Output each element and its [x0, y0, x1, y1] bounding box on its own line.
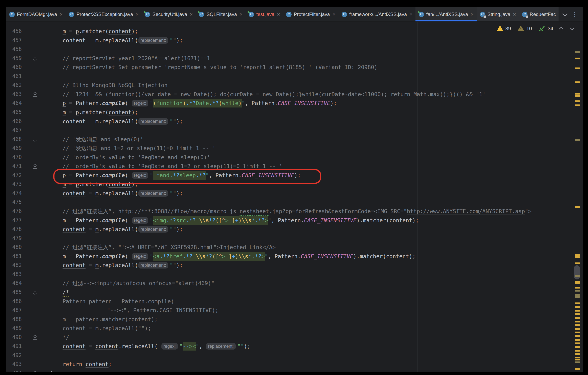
line-number[interactable]: 487	[6, 306, 22, 315]
stripe-warning-mark[interactable]	[575, 335, 580, 337]
fold-start-marker[interactable]	[33, 137, 37, 142]
stripe-warning-mark[interactable]	[575, 328, 580, 330]
stripe-warning-mark[interactable]	[575, 81, 580, 83]
tab-requestfac[interactable]: CRequestFac	[519, 7, 558, 22]
line-number[interactable]: 471	[6, 162, 22, 171]
fold-end-marker[interactable]	[33, 371, 37, 372]
line-number[interactable]: 488	[6, 315, 22, 324]
stripe-warning-mark[interactable]	[575, 368, 580, 370]
stripe-warning-mark[interactable]	[575, 306, 580, 308]
close-tab-icon[interactable]: ×	[333, 11, 336, 18]
stripe-warning-mark[interactable]	[575, 346, 580, 348]
fold-start-marker[interactable]	[33, 290, 37, 295]
scrollbar-thumb[interactable]	[574, 265, 580, 279]
tab-overflow-chevron-down-icon[interactable]	[563, 11, 568, 16]
line-number[interactable]: 486	[6, 297, 22, 306]
stripe-warning-mark[interactable]	[575, 310, 580, 311]
line-number[interactable]: 469	[6, 144, 22, 153]
stripe-warning-mark[interactable]	[575, 321, 580, 322]
stripe-warning-mark[interactable]	[575, 100, 580, 102]
line-number[interactable]: 475	[6, 198, 22, 207]
tab-securityutil-java[interactable]: CSecurityUtil.java×	[141, 7, 196, 22]
stripe-warning-mark[interactable]	[575, 95, 580, 97]
stripe-weak-warning-mark[interactable]	[575, 296, 580, 298]
line-number[interactable]: 492	[6, 351, 22, 360]
line-number[interactable]: 477	[6, 216, 22, 225]
line-number[interactable]: 478	[6, 225, 22, 234]
previous-problem-chevron-up-icon[interactable]	[559, 27, 564, 31]
tab-fan-antixss-java[interactable]: Cfan/.../AntiXSS.java×	[415, 7, 477, 22]
close-tab-icon[interactable]: ×	[136, 11, 139, 18]
stripe-warning-mark[interactable]	[575, 93, 580, 95]
tab-sqlfilter-java[interactable]: CSQLFilter.java×	[196, 7, 245, 22]
tab-framework-antixss-java[interactable]: Cframework/.../AntiXSS.java×	[338, 7, 415, 22]
line-number[interactable]: 470	[6, 153, 22, 162]
fold-end-marker[interactable]	[33, 335, 37, 340]
stripe-weak-warning-mark[interactable]	[575, 294, 580, 296]
line-number[interactable]: 457	[6, 36, 22, 45]
close-tab-icon[interactable]: ×	[513, 11, 516, 18]
line-number[interactable]: 481	[6, 252, 22, 261]
tab-protectxssexception-java[interactable]: CProtectXSSException.java×	[66, 7, 141, 22]
stripe-warning-mark[interactable]	[575, 359, 580, 360]
line-number[interactable]: 473	[6, 180, 22, 189]
stripe-warning-mark[interactable]	[575, 256, 580, 258]
line-number[interactable]: 485	[6, 288, 22, 297]
line-number[interactable]: 461	[6, 72, 22, 81]
stripe-warning-mark[interactable]	[575, 206, 580, 208]
fold-end-marker[interactable]	[33, 92, 37, 97]
tab-string-java[interactable]: CString.java×	[477, 7, 519, 22]
line-number[interactable]: 494	[6, 369, 22, 372]
line-number[interactable]: 472	[6, 171, 22, 180]
stripe-weak-warning-mark[interactable]	[575, 362, 580, 363]
line-number[interactable]: 465	[6, 108, 22, 117]
line-number[interactable]: 463	[6, 90, 22, 99]
stripe-warning-mark[interactable]	[575, 342, 580, 344]
stripe-warning-mark[interactable]	[575, 324, 580, 326]
line-number[interactable]: 479	[6, 234, 22, 243]
line-number[interactable]: 466	[6, 117, 22, 126]
close-tab-icon[interactable]: ×	[60, 11, 63, 18]
stripe-warning-mark[interactable]	[575, 302, 580, 304]
line-number[interactable]: 484	[6, 279, 22, 288]
stripe-warning-mark[interactable]	[575, 331, 580, 333]
line-number[interactable]: 482	[6, 261, 22, 270]
line-number[interactable]: 460	[6, 63, 22, 72]
close-tab-icon[interactable]: ×	[240, 11, 242, 18]
code-editor[interactable]: 4564574584594604614624634644654664674684…	[6, 22, 583, 372]
stripe-warning-mark[interactable]	[575, 58, 580, 59]
stripe-weak-warning-mark[interactable]	[575, 275, 580, 276]
inspections-widget[interactable]: 39 10 34	[497, 24, 574, 33]
tab-protectfilter-java[interactable]: CProtectFilter.java×	[283, 7, 338, 22]
stripe-warning-mark[interactable]	[575, 104, 580, 106]
stripe-warning-mark[interactable]	[575, 287, 580, 288]
fold-start-marker[interactable]	[33, 56, 37, 61]
stripe-warning-mark[interactable]	[575, 313, 580, 315]
line-number[interactable]: 480	[6, 243, 22, 252]
stripe-warning-mark[interactable]	[575, 254, 580, 256]
line-number[interactable]: 459	[6, 54, 22, 63]
line-number[interactable]: 490	[6, 333, 22, 342]
tab-test-java[interactable]: Ctest.java×	[245, 7, 283, 22]
stripe-weak-warning-mark[interactable]	[575, 290, 580, 292]
line-number[interactable]: 489	[6, 324, 22, 333]
line-number[interactable]: 474	[6, 189, 22, 198]
stripe-weak-warning-mark[interactable]	[575, 139, 580, 141]
close-tab-icon[interactable]: ×	[190, 11, 193, 18]
line-number[interactable]: 458	[6, 45, 22, 54]
stripe-warning-mark[interactable]	[575, 350, 580, 352]
stripe-warning-mark[interactable]	[575, 281, 580, 284]
line-number[interactable]: 462	[6, 81, 22, 90]
line-number[interactable]: 467	[6, 126, 22, 135]
tab-options-kebab-icon[interactable]: ⋮	[571, 11, 578, 18]
stripe-weak-warning-mark[interactable]	[575, 51, 580, 53]
close-tab-icon[interactable]: ×	[471, 11, 473, 18]
stripe-warning-mark[interactable]	[575, 339, 580, 341]
stripe-warning-mark[interactable]	[575, 67, 580, 69]
line-number[interactable]: 456	[6, 27, 22, 36]
close-tab-icon[interactable]: ×	[277, 11, 280, 18]
stripe-warning-mark[interactable]	[575, 263, 580, 264]
line-number[interactable]: 476	[6, 207, 22, 216]
stripe-warning-mark[interactable]	[575, 353, 580, 355]
stripe-warning-mark[interactable]	[575, 357, 580, 358]
